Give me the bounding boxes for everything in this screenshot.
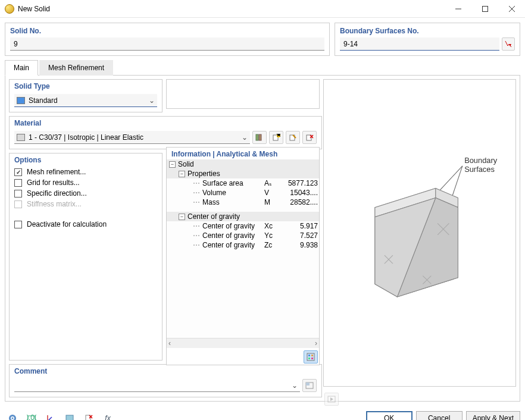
opt-mesh-refinement[interactable]: Mesh refinement... [14,168,157,176]
chevron-down-icon: ⌄ [149,96,155,105]
info-panel: Information | Analytical & Mesh −Solid −… [166,147,320,365]
svg-text:Surfaces: Surfaces [464,165,495,174]
solid-type-label: Solid Type [14,82,157,90]
opt-stiff-label: Stiffness matrix... [27,200,82,208]
svg-rect-46 [66,415,73,420]
opt-stiffness-matrix: Stiffness matrix... [14,200,157,208]
svg-marker-37 [330,397,333,401]
collapse-icon[interactable]: − [169,161,176,168]
maximize-button[interactable] [471,0,498,18]
minimize-button[interactable] [445,0,471,18]
svg-text:0,00: 0,00 [27,413,36,420]
opt-deactivate[interactable]: Deactivate for calculation [14,220,157,228]
footer: 0,00 fx OK Cancel Apply & Next [0,406,525,420]
solid-preview-icon: Boundary Surfaces [324,80,515,386]
svg-rect-17 [311,355,313,356]
svg-rect-18 [308,358,310,359]
animate-button[interactable] [324,393,339,406]
boundary-label: Boundary Surfaces No. [340,27,515,35]
display-settings-button[interactable] [62,411,77,420]
color-swatch-icon [17,97,25,104]
ok-button[interactable]: OK [366,411,412,420]
solid-no-panel: Solid No. [5,23,330,56]
opt-mesh-label: Mesh refinement... [27,168,86,176]
app-icon [5,4,14,14]
svg-line-45 [48,417,52,420]
cancel-button[interactable]: Cancel [416,411,462,420]
svg-text:Boundary: Boundary [464,156,498,165]
tab-main[interactable]: Main [5,60,38,76]
info-title: Information | Analytical & Mesh [167,148,319,159]
svg-line-22 [437,166,462,193]
checkbox-icon [14,179,22,187]
window-title: New Solid [18,5,445,13]
units-button[interactable] [304,350,318,363]
boundary-panel: Boundary Surfaces No. [335,23,520,56]
checkbox-icon [14,221,22,228]
opt-dir-label: Specific direction... [27,189,87,198]
opt-deact-label: Deactivate for calculation [27,220,107,228]
solid-type-combo[interactable]: Standard ⌄ [14,94,157,107]
solid-type-group: Solid Type Standard ⌄ [9,79,162,112]
coordinate-system-button[interactable] [43,411,58,420]
opt-grid-results[interactable]: Grid for results... [14,178,157,187]
svg-rect-16 [308,355,310,356]
script-button[interactable]: fx [100,411,115,420]
checkbox-checked-icon [14,168,22,176]
opt-grid-label: Grid for results... [27,178,80,187]
material-swatch-icon [17,134,25,141]
close-button[interactable] [498,0,525,18]
preview-panel: Boundary Surfaces [323,79,516,387]
svg-rect-15 [307,353,314,361]
options-label: Options [14,156,157,164]
solid-no-label: Solid No. [10,27,324,35]
checkbox-icon [14,190,22,198]
pick-surfaces-button[interactable] [502,37,515,51]
collapse-icon[interactable]: − [179,171,185,177]
help-button[interactable] [5,411,20,420]
titlebar: New Solid [0,0,525,18]
svg-rect-19 [311,358,313,359]
units-settings-button[interactable]: 0,00 [24,411,39,420]
options-group: Options Mesh refinement... Grid for resu… [9,153,162,361]
svg-text:fx: fx [105,414,111,420]
blank-panel [166,79,320,109]
clear-button[interactable] [81,411,96,420]
horizontal-scrollbar[interactable]: ‹› [167,338,319,348]
svg-rect-1 [482,6,488,11]
opt-specific-direction[interactable]: Specific direction... [14,189,157,198]
solid-no-input[interactable] [10,37,324,51]
info-tree[interactable]: −Solid −Properties ⋯Surface areaAₛ5877.1… [167,159,319,338]
tab-mesh-refinement[interactable]: Mesh Refinement [39,60,113,76]
solid-type-value: Standard [29,96,145,105]
checkbox-disabled-icon [14,200,22,208]
boundary-input[interactable] [340,37,499,51]
svg-point-40 [12,418,14,419]
collapse-icon[interactable]: − [179,214,185,220]
tab-bar: Main Mesh Refinement [5,59,520,76]
apply-next-button[interactable]: Apply & Next [466,411,520,420]
